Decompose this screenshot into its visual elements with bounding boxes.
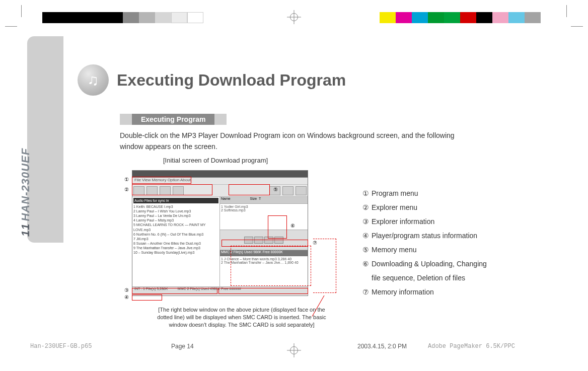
music-note-icon: ♫ bbox=[78, 64, 109, 96]
legend-item: ⑥Downloading & Uploading, Changing bbox=[362, 257, 487, 271]
callout-box-1 bbox=[132, 177, 191, 184]
color-colorbar bbox=[380, 12, 541, 23]
list-item: 3 Lanny Paul – La Venta De Un.mp3 bbox=[133, 213, 218, 218]
list-item: 4 Lanny Paul – Misty.mp3 bbox=[133, 218, 218, 222]
smc-note: [The right below window on the above pic… bbox=[151, 306, 332, 329]
column-header: Name Size T bbox=[220, 197, 308, 204]
list-item: 5 MICHAEL LEARNS TO ROCK — PAINT MY LOVE… bbox=[133, 222, 218, 232]
callout-num-4: ④ bbox=[123, 294, 130, 301]
registration-mark-icon bbox=[287, 343, 301, 357]
registration-mark-icon bbox=[287, 10, 301, 24]
section-heading: Executing Program bbox=[120, 114, 227, 125]
screenshot-caption: [Initial screen of Download program] bbox=[163, 157, 551, 164]
smc-dashed-box bbox=[231, 246, 311, 286]
legend-item: file sequence, Deletion of files bbox=[362, 271, 487, 285]
crop-mark-icon bbox=[566, 5, 567, 17]
source-filename: Han-230UEF-GB.p65 bbox=[30, 343, 92, 350]
page-title: Executing Download Program bbox=[117, 71, 346, 90]
callout-num-6: ⑥ bbox=[289, 222, 296, 230]
crop-mark-icon bbox=[571, 26, 583, 27]
page-number: Page 14 bbox=[171, 343, 194, 350]
callout-box-3b bbox=[218, 288, 308, 294]
legend-item: ②Explorer menu bbox=[362, 200, 487, 214]
side-label: 11HAN-230UEF bbox=[32, 106, 52, 237]
side-model: HAN-230UEF bbox=[19, 148, 32, 221]
file-list-header: Audio Files for sync in bbox=[133, 198, 218, 203]
file-list-pane: Audio Files for sync in 1 Keith: BECAUSE… bbox=[132, 197, 220, 286]
callout-num-3: ③ bbox=[123, 287, 130, 294]
crop-mark-icon bbox=[21, 5, 22, 17]
callout-num-1: ① bbox=[123, 176, 130, 183]
legend-item: ①Program menu bbox=[362, 186, 487, 200]
intro-paragraph: Double-click on the MP3 Player Download … bbox=[120, 130, 533, 153]
side-page-number: 11 bbox=[19, 224, 32, 237]
list-item: 8 Susan – Another One Bites the Dust.mp3 bbox=[133, 241, 218, 246]
legend-item: ⑦Memory information bbox=[362, 285, 487, 299]
list-item: 9 The Manhattan Transfer – Java Jive.mp3 bbox=[133, 246, 218, 250]
title-row: ♫ Executing Download Program bbox=[78, 64, 551, 96]
callout-num-2: ② bbox=[123, 186, 130, 193]
list-item: 10 – Sunday Bloody Sunday(Live).mp3 bbox=[133, 250, 218, 255]
screenshot-figure: File View Memory Option About Audio File… bbox=[132, 170, 348, 306]
export-date: 2003.4.15, 2:0 PM bbox=[357, 343, 407, 350]
legend-item: ③Explorer information bbox=[362, 214, 487, 229]
grayscale-colorbar bbox=[42, 12, 203, 23]
callout-box-3 bbox=[132, 288, 217, 294]
callout-box-5 bbox=[229, 184, 270, 195]
callout-box-4 bbox=[132, 294, 162, 301]
legend-item: ⑤Memory menu bbox=[362, 243, 487, 257]
export-app: Adobe PageMaker 6.5K/PPC bbox=[428, 343, 515, 350]
legend-list: ①Program menu ②Explorer menu ③Explorer i… bbox=[362, 186, 487, 299]
registration-bar bbox=[0, 12, 588, 27]
list-item: 6 Northern No. 6 (IN) – Out Of The Blue.… bbox=[133, 232, 218, 237]
callout-num-5: ⑤ bbox=[272, 186, 279, 193]
list-item: 7 Jill.mp3 bbox=[133, 237, 218, 241]
callout-num-7: ⑦ bbox=[311, 240, 318, 247]
content-area: ♫ Executing Download Program Executing P… bbox=[78, 64, 551, 164]
list-item: 2 Lanny Paul – I Wish You Love.mp3 bbox=[133, 209, 218, 213]
list-item: 2 Softness.mp3 bbox=[221, 208, 307, 212]
list-item: 1 Yodler Girl.mp3 bbox=[221, 205, 307, 208]
intro-line-2: window appears on the screen. bbox=[120, 142, 217, 151]
legend-item: ④Player/program status information bbox=[362, 229, 487, 243]
intro-line-1: Double-click on the MP3 Player Download … bbox=[120, 131, 455, 139]
list-item: 1 Keith: BECAUSE I.mp3 bbox=[133, 204, 218, 209]
crop-mark-icon bbox=[5, 26, 17, 27]
callout-box-6 bbox=[268, 215, 287, 239]
smc-bracket bbox=[313, 239, 336, 293]
callout-box-2 bbox=[132, 184, 212, 195]
